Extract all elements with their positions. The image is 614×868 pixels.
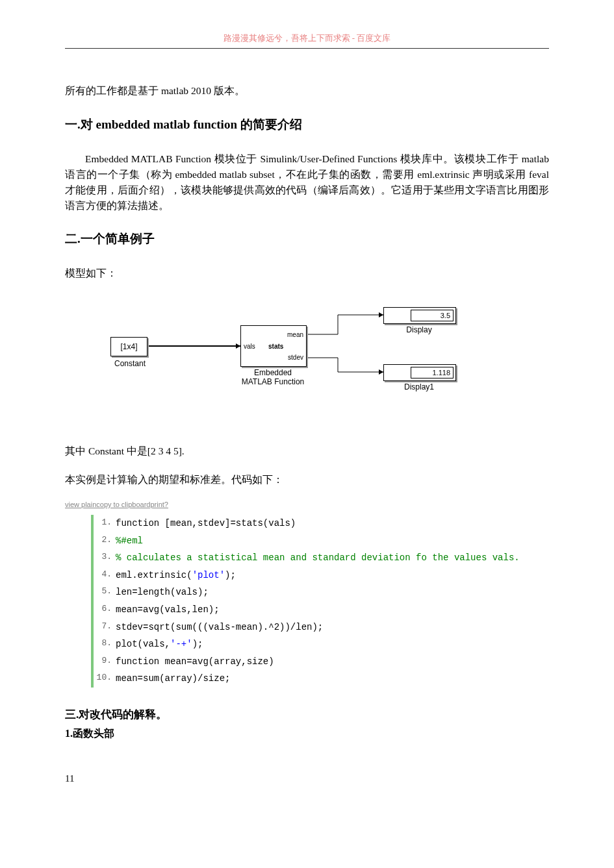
code-line: 3.% calculates a statistical mean and st… [94, 549, 549, 567]
model-line: 模型如下： [65, 266, 549, 281]
svg-marker-1 [236, 343, 240, 349]
code-line-number: 7. [94, 619, 116, 636]
code-line-text: function mean=avg(array,size) [116, 653, 549, 671]
code-line-text: function [mean,stdev]=stats(vals) [116, 515, 549, 532]
display-2-label: Display1 [383, 382, 455, 391]
constant-block-text: [1x4] [120, 342, 137, 351]
code-line-text: eml.extrinsic('plot'); [116, 567, 549, 584]
code-line-number: 3. [94, 549, 116, 567]
code-line-number: 5. [94, 584, 116, 601]
constant-block-label: Constant [107, 359, 153, 368]
code-line-number: 9. [94, 653, 116, 671]
example-desc: 本实例是计算输入的期望和标准差。代码如下： [65, 472, 549, 488]
code-line: 4.eml.extrinsic('plot'); [94, 567, 549, 584]
port-stdev: stdev [288, 354, 303, 361]
code-line-text: %#eml [116, 532, 549, 550]
code-line-number: 4. [94, 567, 116, 584]
block-center-text: stats [268, 343, 283, 350]
header-watermark: 路漫漫其修远兮，吾将上下而求索 - 百度文库 [65, 32, 549, 44]
stats-block: vals stats mean stdev [240, 325, 307, 367]
code-line: 2.%#eml [94, 532, 549, 550]
code-line-text: stdev=sqrt(sum(((vals-mean).^2))/len); [116, 619, 549, 636]
display-block-2: 1.118 [383, 364, 456, 381]
svg-marker-5 [379, 312, 383, 317]
code-line: 10.mean=sum(array)/size; [94, 670, 549, 688]
simulink-diagram: [1x4] Constant vals stats mean stdev Emb… [104, 301, 468, 417]
code-line-text: plot(vals,'-+'); [116, 636, 549, 653]
code-line: 1.function [mean,stdev]=stats(vals) [94, 515, 549, 532]
code-line: 5.len=length(vals); [94, 584, 549, 601]
code-line: 7.stdev=sqrt(sum(((vals-mean).^2))/len); [94, 619, 549, 636]
code-line-number: 6. [94, 601, 116, 619]
section-2-title: 二.一个简单例子 [65, 230, 549, 247]
code-line-text: mean=avg(vals,len); [116, 601, 549, 619]
stats-block-label-1: Embedded [240, 368, 305, 377]
intro-text: 所有的工作都是基于 matlab 2010 版本。 [65, 84, 549, 98]
code-line-text: % calculates a statistical mean and stan… [116, 549, 549, 567]
display-block-1: 3.5 [383, 307, 456, 324]
code-block: 1.function [mean,stdev]=stats(vals)2.%#e… [91, 515, 549, 688]
page-number: 11 [65, 773, 549, 784]
code-toolbar-link[interactable]: view plaincopy to clipboardprint? [65, 501, 549, 508]
code-line-text: mean=sum(array)/size; [116, 670, 549, 688]
stats-block-label-2: MATLAB Function [234, 377, 312, 386]
svg-marker-9 [379, 369, 383, 375]
document-page: 路漫漫其修远兮，吾将上下而求索 - 百度文库 所有的工作都是基于 matlab … [0, 0, 614, 810]
section-1-title: 一.对 embedded matlab function 的简要介绍 [65, 116, 549, 133]
code-line-number: 8. [94, 636, 116, 653]
code-line-text: len=length(vals); [116, 584, 549, 601]
section-1-body: Embedded MATLAB Function 模块位于 Simulink/U… [65, 151, 549, 214]
code-line-number: 2. [94, 532, 116, 550]
display-1-label: Display [383, 325, 455, 334]
code-line: 9.function mean=avg(array,size) [94, 653, 549, 671]
port-mean: mean [287, 331, 303, 338]
port-vals: vals [244, 343, 255, 350]
header-divider [65, 48, 549, 49]
code-line: 6.mean=avg(vals,len); [94, 601, 549, 619]
code-line-number: 10. [94, 670, 116, 688]
constant-desc: 其中 Constant 中是[2 3 4 5]. [65, 443, 549, 459]
code-line-number: 1. [94, 515, 116, 532]
section-3-sub1: 1.函数头部 [65, 727, 549, 741]
display-2-value: 1.118 [411, 367, 454, 378]
constant-block: [1x4] [110, 337, 147, 356]
code-line: 8.plot(vals,'-+'); [94, 636, 549, 653]
section-3-title: 三.对改代码的解释。 [65, 707, 549, 722]
display-1-value: 3.5 [411, 310, 454, 321]
